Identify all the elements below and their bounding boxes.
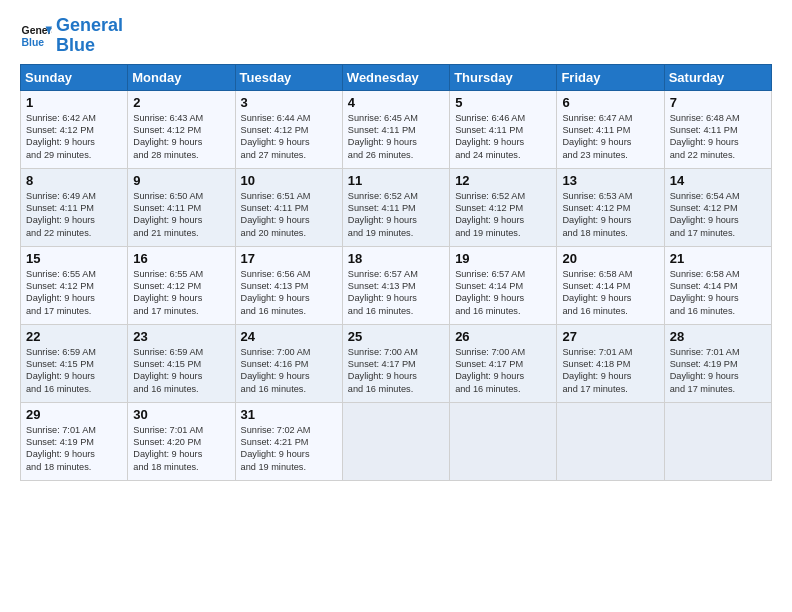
calendar-table: SundayMondayTuesdayWednesdayThursdayFrid… xyxy=(20,64,772,481)
calendar-cell: 28Sunrise: 7:01 AMSunset: 4:19 PMDayligh… xyxy=(664,324,771,402)
cell-info: Sunrise: 6:45 AMSunset: 4:11 PMDaylight:… xyxy=(348,112,445,162)
calendar-cell: 4Sunrise: 6:45 AMSunset: 4:11 PMDaylight… xyxy=(342,90,449,168)
cell-info: Sunrise: 6:52 AMSunset: 4:11 PMDaylight:… xyxy=(348,190,445,240)
day-number: 17 xyxy=(241,251,338,266)
cell-info: Sunrise: 6:47 AMSunset: 4:11 PMDaylight:… xyxy=(562,112,659,162)
cell-info: Sunrise: 6:59 AMSunset: 4:15 PMDaylight:… xyxy=(133,346,230,396)
day-number: 10 xyxy=(241,173,338,188)
cell-info: Sunrise: 6:59 AMSunset: 4:15 PMDaylight:… xyxy=(26,346,123,396)
week-row-1: 1Sunrise: 6:42 AMSunset: 4:12 PMDaylight… xyxy=(21,90,772,168)
calendar-cell: 31Sunrise: 7:02 AMSunset: 4:21 PMDayligh… xyxy=(235,402,342,480)
day-number: 30 xyxy=(133,407,230,422)
calendar-cell xyxy=(557,402,664,480)
calendar-cell: 29Sunrise: 7:01 AMSunset: 4:19 PMDayligh… xyxy=(21,402,128,480)
calendar-cell: 25Sunrise: 7:00 AMSunset: 4:17 PMDayligh… xyxy=(342,324,449,402)
cell-info: Sunrise: 6:50 AMSunset: 4:11 PMDaylight:… xyxy=(133,190,230,240)
day-number: 21 xyxy=(670,251,767,266)
day-number: 29 xyxy=(26,407,123,422)
cell-info: Sunrise: 6:49 AMSunset: 4:11 PMDaylight:… xyxy=(26,190,123,240)
week-row-4: 22Sunrise: 6:59 AMSunset: 4:15 PMDayligh… xyxy=(21,324,772,402)
cell-info: Sunrise: 6:56 AMSunset: 4:13 PMDaylight:… xyxy=(241,268,338,318)
cell-info: Sunrise: 6:58 AMSunset: 4:14 PMDaylight:… xyxy=(670,268,767,318)
day-number: 3 xyxy=(241,95,338,110)
day-number: 22 xyxy=(26,329,123,344)
calendar-cell: 23Sunrise: 6:59 AMSunset: 4:15 PMDayligh… xyxy=(128,324,235,402)
cell-info: Sunrise: 6:57 AMSunset: 4:14 PMDaylight:… xyxy=(455,268,552,318)
cell-info: Sunrise: 6:48 AMSunset: 4:11 PMDaylight:… xyxy=(670,112,767,162)
cell-info: Sunrise: 7:00 AMSunset: 4:16 PMDaylight:… xyxy=(241,346,338,396)
day-number: 27 xyxy=(562,329,659,344)
calendar-cell: 20Sunrise: 6:58 AMSunset: 4:14 PMDayligh… xyxy=(557,246,664,324)
day-number: 23 xyxy=(133,329,230,344)
header-day-sunday: Sunday xyxy=(21,64,128,90)
cell-info: Sunrise: 6:51 AMSunset: 4:11 PMDaylight:… xyxy=(241,190,338,240)
day-number: 24 xyxy=(241,329,338,344)
calendar-body: 1Sunrise: 6:42 AMSunset: 4:12 PMDaylight… xyxy=(21,90,772,480)
week-row-3: 15Sunrise: 6:55 AMSunset: 4:12 PMDayligh… xyxy=(21,246,772,324)
day-number: 18 xyxy=(348,251,445,266)
cell-info: Sunrise: 7:01 AMSunset: 4:20 PMDaylight:… xyxy=(133,424,230,474)
header: General Blue GeneralBlue xyxy=(20,16,772,56)
calendar-cell: 17Sunrise: 6:56 AMSunset: 4:13 PMDayligh… xyxy=(235,246,342,324)
calendar-cell: 18Sunrise: 6:57 AMSunset: 4:13 PMDayligh… xyxy=(342,246,449,324)
calendar-cell: 22Sunrise: 6:59 AMSunset: 4:15 PMDayligh… xyxy=(21,324,128,402)
week-row-5: 29Sunrise: 7:01 AMSunset: 4:19 PMDayligh… xyxy=(21,402,772,480)
calendar-cell: 13Sunrise: 6:53 AMSunset: 4:12 PMDayligh… xyxy=(557,168,664,246)
day-number: 7 xyxy=(670,95,767,110)
cell-info: Sunrise: 6:52 AMSunset: 4:12 PMDaylight:… xyxy=(455,190,552,240)
cell-info: Sunrise: 6:42 AMSunset: 4:12 PMDaylight:… xyxy=(26,112,123,162)
cell-info: Sunrise: 6:53 AMSunset: 4:12 PMDaylight:… xyxy=(562,190,659,240)
logo-text: GeneralBlue xyxy=(56,16,123,56)
day-number: 2 xyxy=(133,95,230,110)
calendar-cell: 3Sunrise: 6:44 AMSunset: 4:12 PMDaylight… xyxy=(235,90,342,168)
calendar-cell: 6Sunrise: 6:47 AMSunset: 4:11 PMDaylight… xyxy=(557,90,664,168)
day-number: 1 xyxy=(26,95,123,110)
day-number: 11 xyxy=(348,173,445,188)
calendar-cell: 16Sunrise: 6:55 AMSunset: 4:12 PMDayligh… xyxy=(128,246,235,324)
cell-info: Sunrise: 6:57 AMSunset: 4:13 PMDaylight:… xyxy=(348,268,445,318)
calendar-cell: 30Sunrise: 7:01 AMSunset: 4:20 PMDayligh… xyxy=(128,402,235,480)
day-number: 14 xyxy=(670,173,767,188)
header-day-saturday: Saturday xyxy=(664,64,771,90)
day-number: 31 xyxy=(241,407,338,422)
day-number: 4 xyxy=(348,95,445,110)
header-day-tuesday: Tuesday xyxy=(235,64,342,90)
calendar-cell: 11Sunrise: 6:52 AMSunset: 4:11 PMDayligh… xyxy=(342,168,449,246)
cell-info: Sunrise: 6:58 AMSunset: 4:14 PMDaylight:… xyxy=(562,268,659,318)
calendar-header-row: SundayMondayTuesdayWednesdayThursdayFrid… xyxy=(21,64,772,90)
calendar-cell: 1Sunrise: 6:42 AMSunset: 4:12 PMDaylight… xyxy=(21,90,128,168)
week-row-2: 8Sunrise: 6:49 AMSunset: 4:11 PMDaylight… xyxy=(21,168,772,246)
calendar-cell xyxy=(664,402,771,480)
cell-info: Sunrise: 7:01 AMSunset: 4:18 PMDaylight:… xyxy=(562,346,659,396)
day-number: 9 xyxy=(133,173,230,188)
cell-info: Sunrise: 6:44 AMSunset: 4:12 PMDaylight:… xyxy=(241,112,338,162)
logo: General Blue GeneralBlue xyxy=(20,16,123,56)
cell-info: Sunrise: 7:01 AMSunset: 4:19 PMDaylight:… xyxy=(26,424,123,474)
calendar-cell: 12Sunrise: 6:52 AMSunset: 4:12 PMDayligh… xyxy=(450,168,557,246)
header-day-wednesday: Wednesday xyxy=(342,64,449,90)
day-number: 19 xyxy=(455,251,552,266)
day-number: 5 xyxy=(455,95,552,110)
calendar-cell: 8Sunrise: 6:49 AMSunset: 4:11 PMDaylight… xyxy=(21,168,128,246)
day-number: 16 xyxy=(133,251,230,266)
header-day-thursday: Thursday xyxy=(450,64,557,90)
day-number: 6 xyxy=(562,95,659,110)
calendar-cell: 27Sunrise: 7:01 AMSunset: 4:18 PMDayligh… xyxy=(557,324,664,402)
cell-info: Sunrise: 6:55 AMSunset: 4:12 PMDaylight:… xyxy=(133,268,230,318)
calendar-cell: 9Sunrise: 6:50 AMSunset: 4:11 PMDaylight… xyxy=(128,168,235,246)
cell-info: Sunrise: 7:02 AMSunset: 4:21 PMDaylight:… xyxy=(241,424,338,474)
calendar-cell xyxy=(342,402,449,480)
day-number: 13 xyxy=(562,173,659,188)
calendar-cell: 5Sunrise: 6:46 AMSunset: 4:11 PMDaylight… xyxy=(450,90,557,168)
calendar-cell xyxy=(450,402,557,480)
calendar-cell: 15Sunrise: 6:55 AMSunset: 4:12 PMDayligh… xyxy=(21,246,128,324)
calendar-cell: 21Sunrise: 6:58 AMSunset: 4:14 PMDayligh… xyxy=(664,246,771,324)
day-number: 20 xyxy=(562,251,659,266)
cell-info: Sunrise: 6:54 AMSunset: 4:12 PMDaylight:… xyxy=(670,190,767,240)
calendar-container: General Blue GeneralBlue SundayMondayTue… xyxy=(0,0,792,491)
calendar-cell: 26Sunrise: 7:00 AMSunset: 4:17 PMDayligh… xyxy=(450,324,557,402)
cell-info: Sunrise: 7:00 AMSunset: 4:17 PMDaylight:… xyxy=(455,346,552,396)
day-number: 25 xyxy=(348,329,445,344)
cell-info: Sunrise: 6:55 AMSunset: 4:12 PMDaylight:… xyxy=(26,268,123,318)
day-number: 12 xyxy=(455,173,552,188)
